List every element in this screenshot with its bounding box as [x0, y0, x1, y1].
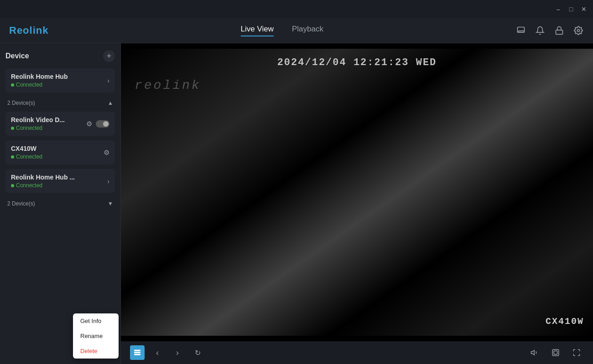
sub-device-cx410w: CX410W Connected ⚙ Get Info Rename Delet… [5, 140, 115, 164]
notification-icon[interactable] [535, 25, 546, 36]
prev-button[interactable]: ‹ [150, 345, 165, 360]
settings-icon[interactable] [573, 25, 584, 36]
device-toggle[interactable] [96, 120, 109, 128]
video-area: 2024/12/04 12:21:23 WED reolink CX410W ‹… [121, 43, 593, 364]
sub-device-video: Reolink Video D... Connected ⚙ [5, 112, 115, 136]
close-button[interactable]: ✕ [580, 5, 588, 13]
device-name-home-hub: Reolink Home Hub Connected [11, 73, 68, 88]
fullscreen-button[interactable] [569, 345, 584, 360]
video-toolbar: ‹ › ↻ [121, 341, 593, 364]
nav-tabs: Live View Playback [241, 25, 323, 36]
maximize-button[interactable]: □ [567, 5, 575, 13]
expand-arrow-icon[interactable]: ▼ [108, 200, 113, 207]
sidebar: Device + Reolink Home Hub Connected › 2 … [0, 43, 121, 364]
device-count-bar: 2 Device(s) ▲ [5, 97, 115, 109]
chevron-right-icon-2[interactable]: › [107, 178, 109, 185]
gear-icon[interactable]: ⚙ [86, 120, 92, 128]
toolbar-left: ‹ › ↻ [130, 345, 205, 360]
device-count-label: 2 Device(s) [7, 100, 35, 106]
sidebar-header: Device + [5, 50, 115, 62]
context-menu-delete[interactable]: Delete [73, 343, 119, 359]
chevron-right-icon[interactable]: › [107, 77, 109, 84]
titlebar: – □ ✕ [0, 0, 593, 18]
device-group-header: Reolink Home Hub Connected › [11, 73, 109, 88]
svg-rect-5 [134, 354, 140, 355]
camera-watermark: reolink [135, 78, 201, 92]
svg-rect-1 [556, 30, 563, 34]
device-count-label-2: 2 Device(s) [7, 200, 35, 207]
svg-rect-8 [554, 351, 557, 354]
device-group-home-hub: Reolink Home Hub Connected › [5, 68, 115, 92]
camera-feed: 2024/12/04 12:21:23 WED reolink CX410W [121, 49, 593, 336]
svg-marker-6 [531, 350, 535, 355]
device-group-header-2: Reolink Home Hub ... Connected › [11, 174, 109, 189]
minimize-button[interactable]: – [555, 5, 562, 13]
volume-button[interactable] [527, 345, 542, 360]
list-view-button[interactable] [130, 345, 145, 360]
video-black-bar-top [121, 43, 593, 49]
gear-icon-cx410w[interactable]: ⚙ [104, 149, 109, 157]
add-device-button[interactable]: + [103, 50, 115, 62]
tab-live-view[interactable]: Live View [241, 25, 274, 36]
context-menu-rename[interactable]: Rename [73, 328, 119, 343]
context-menu-get-info[interactable]: Get Info [73, 313, 119, 328]
svg-point-2 [577, 30, 580, 32]
video-black-bar-bottom [121, 336, 593, 341]
header-icons [515, 25, 584, 36]
tab-playback[interactable]: Playback [292, 25, 323, 36]
header: Reolink Live View Playback [0, 18, 593, 43]
lock-icon[interactable] [554, 25, 565, 36]
svg-rect-7 [552, 349, 559, 356]
device-count-bar-2: 2 Device(s) ▼ [5, 198, 115, 210]
svg-rect-4 [134, 352, 140, 353]
next-button[interactable]: › [170, 345, 185, 360]
context-menu: Get Info Rename Delete [73, 313, 119, 359]
camera-label: CX410W [546, 316, 584, 327]
video-content: 2024/12/04 12:21:23 WED reolink CX410W [121, 49, 593, 336]
sidebar-title: Device [5, 52, 29, 60]
refresh-button[interactable]: ↻ [190, 345, 205, 360]
window-button[interactable] [548, 345, 563, 360]
logo: Reolink [9, 25, 48, 36]
camera-timestamp: 2024/12/04 12:21:23 WED [277, 57, 437, 68]
device-group-home-hub-2: Reolink Home Hub ... Connected › [5, 169, 115, 193]
toolbar-right [527, 345, 584, 360]
svg-rect-3 [134, 350, 140, 351]
collapse-arrow-icon[interactable]: ▲ [108, 100, 113, 106]
main-content: Device + Reolink Home Hub Connected › 2 … [0, 43, 593, 364]
message-icon[interactable] [515, 25, 526, 36]
